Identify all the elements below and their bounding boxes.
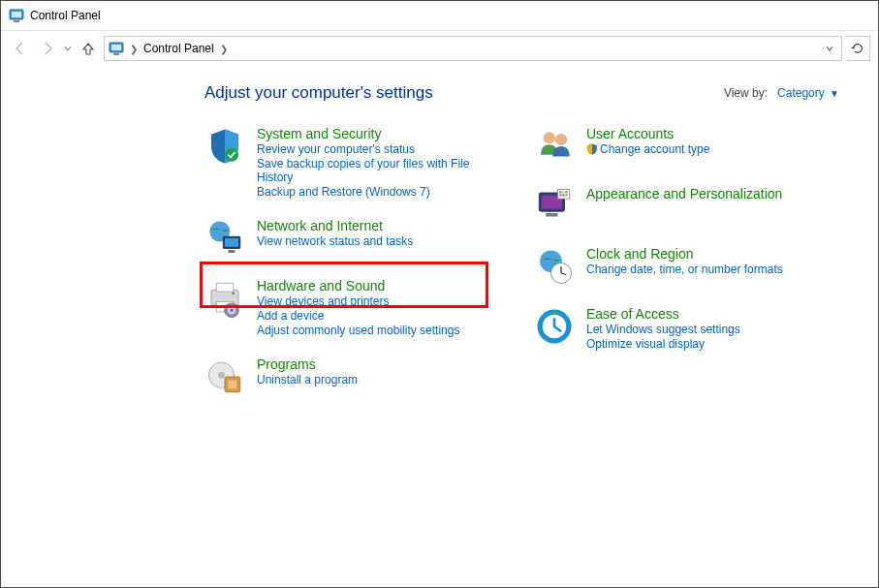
category-link[interactable]: Save backup copies of your files with Fi…: [257, 157, 495, 184]
address-icon: [109, 41, 124, 56]
category-link[interactable]: Change account type: [586, 142, 709, 156]
category-link[interactable]: View devices and printers: [257, 294, 459, 308]
up-button[interactable]: [77, 37, 100, 60]
category-hardware-sound: Hardware and Sound View devices and prin…: [204, 278, 495, 337]
svg-rect-4: [111, 45, 121, 50]
clock-globe-icon: [534, 246, 575, 287]
chevron-down-icon: ▼: [830, 88, 839, 99]
user-accounts-icon: [534, 126, 575, 167]
category-system-security: System and Security Review your computer…: [204, 126, 495, 199]
svg-rect-28: [559, 191, 561, 193]
recent-locations-button[interactable]: [63, 39, 73, 58]
category-title[interactable]: Programs: [257, 356, 358, 372]
svg-rect-12: [216, 283, 234, 292]
back-button[interactable]: [9, 37, 32, 60]
category-link[interactable]: Let Windows suggest settings: [586, 323, 740, 336]
svg-point-22: [544, 132, 555, 143]
view-by-label: View by:: [724, 86, 768, 100]
appearance-icon: [534, 186, 575, 227]
category-title[interactable]: System and Security: [257, 126, 495, 141]
programs-icon: [204, 356, 245, 397]
breadcrumb-separator[interactable]: ❯: [220, 44, 228, 54]
globe-network-icon: [204, 218, 245, 259]
category-columns: System and Security Review your computer…: [204, 126, 839, 397]
category-link[interactable]: Uninstall a program: [257, 373, 358, 387]
svg-rect-10: [229, 250, 235, 253]
view-by-value: Category: [777, 86, 825, 100]
breadcrumb-separator[interactable]: ❯: [130, 44, 138, 54]
svg-rect-21: [229, 381, 237, 389]
category-title[interactable]: User Accounts: [586, 126, 709, 141]
view-by[interactable]: View by: Category ▼: [724, 86, 839, 100]
refresh-button[interactable]: [846, 36, 870, 61]
svg-rect-1: [12, 12, 21, 17]
svg-point-19: [218, 372, 225, 379]
titlebar: Control Panel: [1, 1, 878, 31]
page-heading: Adjust your computer's settings: [204, 83, 433, 103]
svg-rect-2: [14, 20, 19, 22]
ease-of-access-icon: [534, 306, 575, 347]
category-title[interactable]: Clock and Region: [586, 246, 783, 262]
category-clock-region: Clock and Region Change date, time, or n…: [534, 246, 825, 287]
heading-row: Adjust your computer's settings View by:…: [204, 83, 839, 103]
category-programs: Programs Uninstall a program: [204, 356, 495, 397]
category-title[interactable]: Hardware and Sound: [257, 278, 459, 294]
svg-rect-33: [565, 194, 567, 196]
svg-rect-32: [562, 194, 564, 196]
forward-button[interactable]: [36, 37, 59, 60]
category-link[interactable]: Add a device: [257, 309, 459, 323]
svg-point-6: [225, 148, 238, 162]
svg-rect-26: [546, 213, 557, 217]
svg-rect-29: [562, 191, 564, 193]
category-title[interactable]: Appearance and Personalization: [586, 186, 782, 201]
svg-rect-31: [559, 194, 561, 196]
printer-icon: [204, 278, 245, 319]
svg-rect-5: [113, 53, 119, 55]
address-bar[interactable]: ❯ Control Panel ❯: [104, 36, 842, 61]
shield-icon: [204, 126, 245, 167]
category-title[interactable]: Network and Internet: [257, 218, 413, 233]
svg-point-14: [232, 292, 235, 294]
category-title[interactable]: Ease of Access: [586, 306, 740, 322]
breadcrumb-root[interactable]: Control Panel: [143, 42, 214, 55]
category-link[interactable]: Adjust commonly used mobility settings: [257, 324, 459, 337]
svg-rect-9: [225, 238, 238, 247]
category-ease-of-access: Ease of Access Let Windows suggest setti…: [534, 306, 825, 351]
control-panel-icon: [9, 8, 24, 23]
category-link[interactable]: Backup and Restore (Windows 7): [257, 185, 495, 199]
svg-rect-30: [565, 191, 567, 193]
category-link[interactable]: Review your computer's status: [257, 142, 495, 156]
left-column: System and Security Review your computer…: [204, 126, 495, 397]
right-column: User Accounts Change account type: [534, 126, 825, 397]
svg-point-17: [231, 309, 234, 312]
control-panel-window: Control Panel ❯ Control Panel ❯: [0, 0, 879, 588]
category-network-internet: Network and Internet View network status…: [204, 218, 495, 259]
category-link[interactable]: Optimize visual display: [586, 337, 740, 351]
category-link[interactable]: Change date, time, or number formats: [586, 263, 783, 276]
category-appearance-personalization: Appearance and Personalization: [534, 186, 825, 227]
category-link[interactable]: View network status and tasks: [257, 234, 413, 248]
category-user-accounts: User Accounts Change account type: [534, 126, 825, 167]
navbar: ❯ Control Panel ❯: [1, 31, 878, 66]
svg-point-23: [555, 134, 567, 145]
window-title: Control Panel: [30, 9, 101, 22]
content-area: Adjust your computer's settings View by:…: [1, 66, 878, 587]
address-dropdown[interactable]: [822, 45, 837, 52]
